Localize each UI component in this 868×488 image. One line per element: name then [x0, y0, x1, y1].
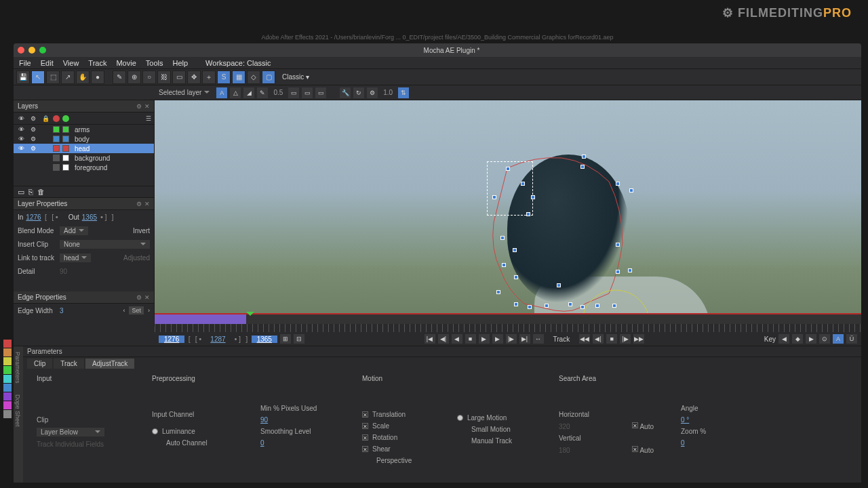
grid-tool[interactable]: ▦ [232, 70, 245, 84]
horizontal-value[interactable]: 320 [559, 423, 570, 430]
spline-node[interactable] [496, 290, 500, 294]
lock-header-icon[interactable]: 🔒 [41, 114, 50, 123]
lasso-tool[interactable]: ↗ [61, 70, 75, 84]
swatch-gray[interactable] [3, 410, 12, 418]
workspace-label[interactable]: Workspace: Classic [205, 59, 271, 67]
out-value[interactable]: 1365 [82, 214, 97, 221]
menu-movie[interactable]: Movie [116, 59, 136, 67]
menu-track[interactable]: Track [88, 59, 106, 67]
key-u-icon[interactable]: Ü [846, 334, 857, 344]
zoom-range-icon[interactable]: ⊟ [294, 334, 304, 344]
swatch-cyan[interactable] [3, 375, 12, 383]
classic-dropdown[interactable]: Classic ▾ [282, 73, 309, 81]
key-a-icon[interactable]: A [833, 334, 844, 344]
invert-toggle[interactable]: Invert [133, 227, 150, 235]
large-motion-radio[interactable] [457, 415, 463, 421]
panel-close-icon[interactable]: ✕ [144, 201, 150, 207]
smoothing-value[interactable]: 0 [260, 439, 264, 447]
spline-node[interactable] [526, 212, 530, 216]
swatch-yellow[interactable] [3, 357, 12, 365]
link-tool[interactable]: ⛓ [157, 70, 171, 84]
gear-header-icon[interactable]: ⚙ [28, 114, 38, 123]
save-icon[interactable]: 💾 [16, 70, 30, 84]
spline-node[interactable] [616, 182, 620, 186]
zoom-tool[interactable]: ● [91, 70, 104, 84]
timeline-end[interactable]: 1365 [252, 336, 277, 343]
gear-icon[interactable]: ⚙ [367, 87, 378, 98]
key-add-icon[interactable]: ◆ [792, 334, 803, 344]
vtab-dopesheet[interactable]: Dope Sheet [14, 389, 22, 432]
spline-node[interactable] [514, 302, 518, 306]
autokey-icon[interactable]: ⊙ [819, 334, 830, 344]
menu-file[interactable]: File [19, 59, 31, 67]
track-stop-icon[interactable]: ■ [606, 334, 617, 344]
distort-tool[interactable]: ◇ [247, 70, 260, 84]
spline-node[interactable] [514, 275, 518, 279]
v-auto-check[interactable] [632, 446, 638, 452]
viewport[interactable] [155, 100, 861, 327]
duplicate-layer-icon[interactable]: ⎘ [28, 188, 33, 196]
menu-help[interactable]: Help [172, 59, 188, 67]
layer-btn-b[interactable]: △ [230, 87, 241, 98]
go-start-icon[interactable]: |◀ [425, 334, 435, 344]
layer-row-foreground[interactable]: foreground [14, 163, 154, 172]
refresh-icon[interactable]: ↻ [353, 87, 364, 98]
playhead-icon[interactable] [246, 312, 254, 320]
sync-icon[interactable]: ⇅ [398, 87, 409, 98]
blend-mode-dropdown[interactable]: Add [60, 226, 88, 235]
track-back-icon[interactable]: ◀| [593, 334, 604, 344]
move-tool[interactable]: ✥ [187, 70, 201, 84]
timeline-ruler[interactable] [155, 313, 861, 332]
swatch-purple[interactable] [3, 392, 12, 401]
spline-node[interactable] [502, 263, 506, 267]
go-end-icon[interactable]: ▶| [519, 334, 530, 344]
edge-more-button[interactable]: › [148, 307, 150, 314]
selected-layer-dropdown[interactable]: Selected layer [159, 89, 210, 96]
key-next-icon[interactable]: ▶ [806, 334, 816, 344]
wrench-icon[interactable]: 🔧 [340, 87, 351, 98]
bracket-in[interactable]: [ [187, 336, 191, 343]
s-tool[interactable]: S [217, 70, 231, 84]
layer-btn-d[interactable]: ✎ [257, 87, 268, 98]
layer-row-body[interactable]: 👁⚙ body [14, 134, 154, 144]
swatch-blue[interactable] [3, 384, 12, 392]
opacity-value[interactable]: 0.5 [271, 89, 285, 96]
edge-set-button[interactable]: Set [129, 306, 144, 314]
vertical-value[interactable]: 180 [559, 447, 570, 454]
in-bracket-start[interactable]: [ [44, 214, 48, 221]
spline-node[interactable] [628, 268, 632, 272]
panel-gear-icon[interactable]: ⚙ [136, 201, 142, 207]
visibility-header-icon[interactable]: 👁 [16, 114, 26, 123]
angle-value[interactable]: 0 ° [681, 416, 689, 424]
spline-node[interactable] [506, 167, 510, 171]
view-btn-3[interactable]: ▭ [315, 87, 326, 98]
spline-node[interactable] [616, 243, 620, 247]
spline-node[interactable] [492, 195, 496, 199]
in-value[interactable]: 1276 [26, 214, 41, 221]
menu-tools[interactable]: Tools [146, 59, 163, 67]
scale-check[interactable] [362, 423, 368, 429]
stop-icon[interactable]: ■ [465, 334, 476, 344]
min-px-value[interactable]: 90 [260, 416, 268, 424]
edge-width-value[interactable]: 3 [60, 307, 64, 314]
in-bracket-cur[interactable]: [• [51, 214, 59, 221]
view-btn-1[interactable]: ▭ [288, 87, 299, 98]
delete-layer-icon[interactable]: 🗑 [37, 188, 45, 196]
swatch-magenta[interactable] [3, 401, 12, 409]
spline-node[interactable] [557, 283, 561, 287]
play-icon[interactable]: ▶ [479, 334, 490, 344]
spline-tool[interactable]: ○ [142, 70, 156, 84]
shear-check[interactable] [362, 446, 368, 452]
spline-node[interactable] [582, 155, 586, 159]
link-track-dropdown[interactable]: head [60, 253, 91, 262]
track-back-all-icon[interactable]: ◀◀ [579, 334, 590, 344]
panel-close-icon[interactable]: ✕ [144, 103, 150, 110]
spline-node[interactable] [595, 304, 599, 308]
insert-clip-dropdown[interactable]: None [60, 240, 150, 249]
layers-menu-icon[interactable]: ☰ [146, 115, 151, 122]
spline-node[interactable] [568, 302, 572, 306]
detail-value[interactable]: 90 [60, 268, 67, 275]
selection-marquee[interactable] [487, 161, 533, 216]
h-auto-check[interactable] [632, 422, 638, 428]
zoom-value[interactable]: 1.0 [380, 89, 395, 96]
